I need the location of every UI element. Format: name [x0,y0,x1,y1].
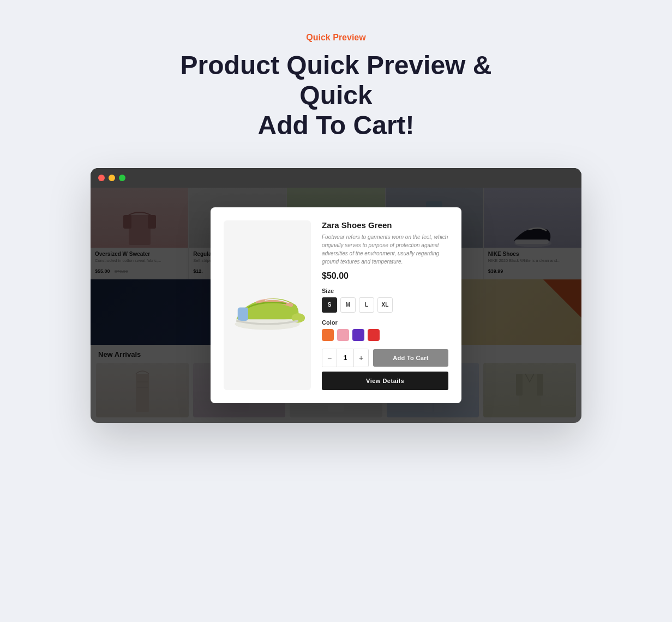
modal-size-label: Size [322,288,448,294]
size-btn-xl[interactable]: XL [377,297,393,313]
color-swatch-pink[interactable] [337,329,349,341]
modal-price: $50.00 [322,271,448,281]
svg-rect-34 [238,308,248,321]
browser-mockup: Oversized W Sweater Constructed in cotto… [91,168,581,423]
quantity-increase-button[interactable]: + [354,349,368,367]
browser-dot-red [98,175,105,181]
size-btn-m[interactable]: M [340,297,356,313]
modal-color-label: Color [322,319,448,326]
color-swatch-red[interactable] [368,329,380,341]
quick-preview-modal: Zara Shoes Green Footwear refers to garm… [211,207,461,403]
modal-product-name: Zara Shoes Green [322,220,448,230]
modal-overlay[interactable]: Zara Shoes Green Footwear refers to garm… [91,188,581,423]
quantity-control: − 1 + [322,349,369,367]
quantity-decrease-button[interactable]: − [322,349,337,367]
color-options [322,329,448,341]
browser-content: Oversized W Sweater Constructed in cotto… [91,188,581,423]
browser-dot-green [119,175,125,181]
size-btn-s[interactable]: S [322,297,337,313]
qty-cart-row: − 1 + Add To Cart [322,349,448,367]
view-details-button[interactable]: View Details [322,372,448,390]
modal-product-image [224,220,311,390]
add-to-cart-button[interactable]: Add To Cart [373,349,448,367]
section-label: Quick Preview [306,33,365,43]
quantity-value: 1 [337,349,354,367]
size-btn-l[interactable]: L [359,297,374,313]
color-swatch-orange[interactable] [322,329,334,341]
modal-product-description: Footwear refers to garments worn on the … [322,233,448,266]
section-heading: Product Quick Preview & Quick Add To Car… [145,50,527,141]
modal-details: Zara Shoes Green Footwear refers to garm… [322,220,448,390]
size-options: S M L XL [322,297,448,313]
browser-topbar [91,168,581,188]
color-swatch-purple[interactable] [352,329,364,341]
browser-dot-yellow [109,175,115,181]
